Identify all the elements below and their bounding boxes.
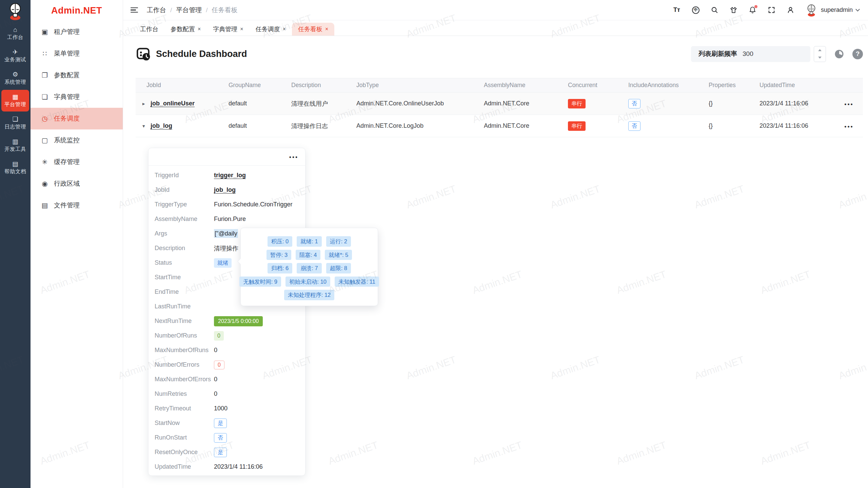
- stepper-down-button[interactable]: [814, 54, 826, 62]
- reset-only-once-badge: 是: [214, 448, 227, 457]
- detail-row-updatedtime: UpdatedTime 2023/1/4 11:16:06: [149, 460, 305, 474]
- fullscreen-icon[interactable]: [767, 6, 776, 15]
- status-badge[interactable]: 就绪: [214, 258, 232, 268]
- rail-item-label: 平台管理: [4, 101, 26, 108]
- sidebar-item-params[interactable]: ❐ 参数配置: [31, 64, 123, 86]
- expand-row-icon[interactable]: ▸: [142, 101, 147, 107]
- cell-jobtype: Admin.NET.Core.OnlineUserJob: [356, 100, 484, 107]
- col-header-concurrent: Concurrent: [568, 82, 628, 89]
- refresh-rate-field[interactable]: 列表刷新频率 300: [691, 46, 810, 62]
- table-row[interactable]: ▸ job_onlineUser default 清理在线用户 Admin.NE…: [136, 93, 863, 115]
- job-id-link[interactable]: job_onlineUser: [151, 100, 195, 107]
- sidebar-item-region[interactable]: ◉ 行政区域: [31, 173, 123, 195]
- tab-label: 任务看板: [298, 25, 322, 33]
- detail-more-actions-icon[interactable]: ●●●: [289, 155, 298, 159]
- detail-row-triggertype: TriggerType Furion.Schedule.CronTrigger: [149, 197, 305, 212]
- sidebar-item-dictionary[interactable]: ❏ 字典管理: [31, 86, 123, 108]
- top-header: 工作台 / 平台管理 / 任务看板 Tт 中: [123, 0, 868, 20]
- tab-params[interactable]: 参数配置 ×: [164, 23, 207, 36]
- job-id-link[interactable]: job_log: [214, 186, 236, 193]
- tab-dictionary[interactable]: 字典管理 ×: [207, 23, 249, 36]
- grid-icon: ▦: [12, 94, 18, 100]
- rail-item-business-test[interactable]: ✈ 业务测试: [1, 45, 29, 67]
- cell-updatedtime: 2023/1/4 11:16:06: [760, 122, 844, 129]
- refresh-rate-value: 300: [743, 50, 753, 58]
- font-size-icon[interactable]: Tт: [672, 6, 681, 15]
- concurrent-badge: 串行: [568, 121, 586, 131]
- sidebar-item-system-monitor[interactable]: ▢ 系统监控: [31, 129, 123, 151]
- sidebar-item-label: 菜单管理: [54, 49, 80, 58]
- book-icon: ▤: [12, 161, 18, 167]
- help-icon[interactable]: ?: [852, 49, 863, 59]
- detail-row-runonstart: RunOnStart 否: [149, 430, 305, 445]
- sidebar-item-menu[interactable]: ∷ 菜单管理: [31, 43, 123, 64]
- brand-area[interactable]: Admin.NET: [31, 0, 123, 21]
- detail-row-retrytimeout: RetryTimeout 1000: [149, 401, 305, 416]
- status-legend-badge: 积压: 0: [268, 236, 292, 247]
- detail-row-numretries: NumRetries 0: [149, 387, 305, 401]
- tab-task-schedule[interactable]: 任务调度 ×: [250, 23, 292, 36]
- sidebar-item-files[interactable]: ▤ 文件管理: [31, 195, 123, 216]
- rail-item-platform-mgmt[interactable]: ▦ 平台管理: [1, 90, 29, 111]
- cell-properties: {}: [709, 100, 760, 107]
- status-legend-badge: 超限: 8: [326, 263, 351, 273]
- map-pin-icon: ◉: [41, 180, 49, 188]
- tab-task-dashboard[interactable]: 任务看板 ×: [292, 23, 334, 36]
- close-icon[interactable]: ×: [283, 26, 286, 32]
- sidebar-item-cache[interactable]: ✳ 缓存管理: [31, 151, 123, 173]
- topbar-actions: Tт 中: [672, 4, 868, 17]
- user-menu[interactable]: superadmin: [805, 4, 859, 17]
- collapse-row-icon[interactable]: ▾: [142, 123, 147, 129]
- stepper-up-button[interactable]: [814, 46, 826, 54]
- notification-bell-icon[interactable]: [748, 6, 757, 15]
- notification-badge: [754, 5, 757, 8]
- sidebar-item-tenant[interactable]: ▣ 租户管理: [31, 21, 123, 43]
- rail-item-dev-tools[interactable]: ▥ 开发工具: [1, 135, 29, 156]
- include-annotations-badge: 否: [628, 99, 640, 108]
- tab-workbench[interactable]: 工作台: [134, 23, 164, 36]
- args-value: ["@daily: [214, 229, 238, 238]
- rail-item-system-mgmt[interactable]: ⚙ 系统管理: [1, 67, 29, 89]
- row-more-actions-icon[interactable]: ●●●: [844, 102, 853, 106]
- row-more-actions-icon[interactable]: ●●●: [844, 124, 853, 128]
- breadcrumb-item[interactable]: 工作台: [147, 6, 166, 15]
- trigger-id-link[interactable]: trigger_log: [214, 172, 246, 179]
- rail-item-log-mgmt[interactable]: ❏ 日志管理: [1, 112, 29, 134]
- table-row[interactable]: ▾ job_log default 清理操作日志 Admin.NET.Core.…: [136, 115, 863, 137]
- theme-shirt-icon[interactable]: [729, 6, 738, 15]
- breadcrumb-item[interactable]: 平台管理: [176, 6, 202, 15]
- monk-logo-icon: [7, 2, 23, 20]
- search-icon[interactable]: [710, 6, 719, 15]
- sidebar: Admin.NET ▣ 租户管理 ∷ 菜单管理 ❐ 参数配置 ❏ 字典管理 ◷ …: [31, 0, 123, 488]
- detail-row-startnow: StartNow 是: [149, 416, 305, 430]
- app-rail: ⌂ 工作台 ✈ 业务测试 ⚙ 系统管理 ▦ 平台管理 ❏ 日志管理 ▥ 开发工具…: [0, 0, 31, 488]
- arrow-down-icon: [818, 57, 822, 59]
- trigger-detail-panel: ●●● TriggerId trigger_log JobId job_log …: [148, 148, 305, 476]
- job-id-link[interactable]: job_log: [151, 122, 172, 129]
- col-header-properties: Properties: [709, 82, 760, 89]
- schedule-dashboard-icon: [136, 46, 151, 62]
- cell-updatedtime: 2023/1/4 11:16:06: [760, 100, 844, 107]
- detail-row-resetonlyonce: ResetOnlyOnce 是: [149, 445, 305, 460]
- status-legend-badge: 阻塞: 4: [296, 250, 320, 260]
- rail-item-workbench[interactable]: ⌂ 工作台: [1, 23, 29, 44]
- include-annotations-badge: 否: [628, 121, 640, 131]
- file-icon: ▤: [41, 201, 49, 209]
- close-icon[interactable]: ×: [198, 26, 201, 32]
- collapse-menu-icon[interactable]: [131, 7, 138, 13]
- chevron-down-icon: [855, 7, 860, 12]
- cell-assemblyname: Admin.NET.Core: [484, 100, 568, 107]
- history-pie-clock-icon[interactable]: [835, 49, 844, 58]
- close-icon[interactable]: ×: [325, 26, 328, 32]
- board-header: Schedule Dashboard 列表刷新频率 300 ?: [136, 43, 863, 64]
- building-icon: ▣: [41, 28, 49, 36]
- cell-description: 清理在线用户: [291, 100, 356, 108]
- close-icon[interactable]: ×: [240, 26, 243, 32]
- sidebar-item-task-schedule[interactable]: ◷ 任务调度: [31, 108, 123, 129]
- language-icon[interactable]: 中: [691, 6, 700, 15]
- rail-item-help-docs[interactable]: ▤ 帮助文档: [1, 157, 29, 179]
- gear-icon: ⚙: [12, 71, 18, 78]
- status-legend-badge: 无触发时间: 9: [239, 277, 281, 287]
- user-center-icon[interactable]: [786, 6, 795, 15]
- app-logo[interactable]: [0, 0, 31, 22]
